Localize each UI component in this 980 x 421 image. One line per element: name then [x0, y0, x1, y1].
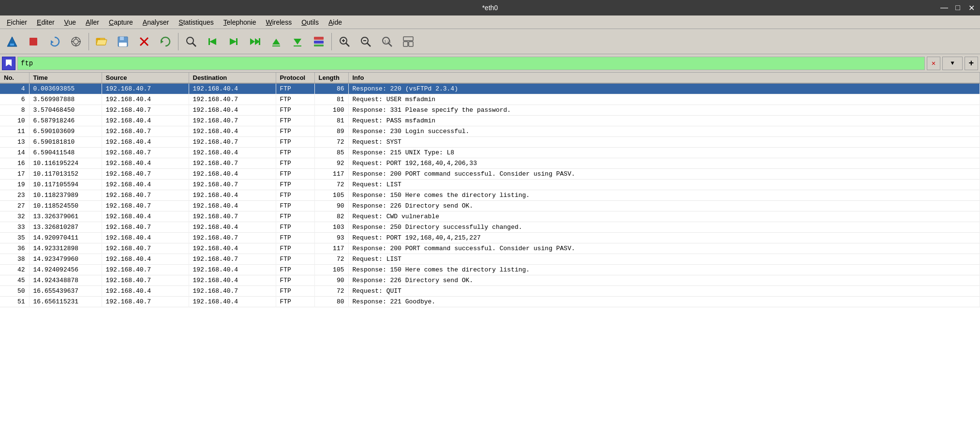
col-header-source[interactable]: Source: [102, 73, 189, 83]
colorize-button[interactable]: [309, 31, 329, 52]
table-row[interactable]: 8 3.570468450 192.168.40.7 192.168.40.4 …: [0, 105, 980, 116]
cell-no: 36: [0, 243, 29, 254]
menu-aller[interactable]: Aller: [81, 17, 104, 27]
filter-bookmark-icon[interactable]: [2, 57, 15, 70]
menu-fichier[interactable]: Fichier: [2, 17, 32, 27]
packet-list[interactable]: No. Time Source Destination Protocol Len…: [0, 73, 980, 421]
filter-add-button[interactable]: +: [965, 57, 978, 70]
close-file-button[interactable]: [134, 31, 154, 52]
cell-info: Response: 250 Directory successfully cha…: [348, 222, 980, 233]
start-capture-button[interactable]: [2, 31, 22, 52]
svg-marker-29: [294, 39, 301, 45]
table-row[interactable]: 36 14.923312898 192.168.40.7 192.168.40.…: [0, 243, 980, 254]
cell-info: Response: 230 Login successful.: [348, 126, 980, 137]
menu-telephonie[interactable]: Telephonie: [219, 17, 261, 27]
cell-destination: 192.168.40.4: [189, 105, 276, 116]
cell-time: 14.923312898: [29, 243, 102, 254]
cell-no: 33: [0, 222, 29, 233]
menu-analyser[interactable]: Analyser: [138, 17, 174, 27]
col-header-length[interactable]: Length: [314, 73, 348, 83]
filter-dropdown-button[interactable]: ▼: [942, 57, 963, 70]
table-row[interactable]: 32 13.326379061 192.168.40.4 192.168.40.…: [0, 211, 980, 222]
table-row[interactable]: 51 16.656115231 192.168.40.7 192.168.40.…: [0, 297, 980, 307]
table-row[interactable]: 6 3.569987888 192.168.40.4 192.168.40.7 …: [0, 94, 980, 105]
save-file-button[interactable]: [113, 31, 133, 52]
menu-capture[interactable]: Capture: [104, 17, 138, 27]
maximize-button[interactable]: □: [953, 3, 963, 12]
zoom-out-button[interactable]: [356, 31, 376, 52]
table-row[interactable]: 42 14.924092456 192.168.40.7 192.168.40.…: [0, 265, 980, 275]
menu-statistiques[interactable]: Statistiques: [174, 17, 218, 27]
menu-aide[interactable]: Aide: [324, 17, 347, 27]
svg-rect-1: [10, 44, 14, 45]
cell-time: 10.118237989: [29, 190, 102, 201]
cell-length: 92: [314, 158, 348, 169]
table-row[interactable]: 45 14.924348878 192.168.40.7 192.168.40.…: [0, 275, 980, 286]
cell-protocol: FTP: [276, 126, 314, 137]
cell-time: 10.116195224: [29, 158, 102, 169]
layout-button[interactable]: [398, 31, 418, 52]
zoom-in-button[interactable]: [334, 31, 355, 52]
cell-protocol: FTP: [276, 243, 314, 254]
cell-source: 192.168.40.4: [102, 286, 189, 297]
filter-clear-button[interactable]: ✕: [927, 57, 940, 70]
reset-zoom-button[interactable]: 1:1: [377, 31, 397, 52]
jump-to-button[interactable]: [245, 31, 265, 52]
cell-destination: 192.168.40.4: [189, 190, 276, 201]
stop-capture-button[interactable]: [23, 31, 44, 52]
cell-length: 72: [314, 180, 348, 190]
cell-protocol: FTP: [276, 148, 314, 158]
cell-protocol: FTP: [276, 190, 314, 201]
scroll-down-button[interactable]: [287, 31, 308, 52]
table-row[interactable]: 11 6.590103609 192.168.40.7 192.168.40.4…: [0, 126, 980, 137]
cell-info: Request: PORT 192,168,40,4,215,227: [348, 233, 980, 243]
table-row[interactable]: 16 10.116195224 192.168.40.4 192.168.40.…: [0, 158, 980, 169]
filter-input[interactable]: [17, 57, 925, 70]
cell-length: 72: [314, 137, 348, 148]
table-row[interactable]: 19 10.117105594 192.168.40.4 192.168.40.…: [0, 180, 980, 190]
table-row[interactable]: 13 6.590181810 192.168.40.4 192.168.40.7…: [0, 137, 980, 148]
close-button[interactable]: ✕: [966, 3, 976, 13]
cell-protocol: FTP: [276, 201, 314, 211]
menu-outils[interactable]: Outils: [297, 17, 324, 27]
menu-editer[interactable]: Editer: [32, 17, 59, 27]
col-header-no[interactable]: No.: [0, 73, 29, 83]
capture-options-button[interactable]: [66, 31, 86, 52]
col-header-protocol[interactable]: Protocol: [276, 73, 314, 83]
go-back-button[interactable]: [202, 31, 223, 52]
cell-info: Response: 150 Here comes the directory l…: [348, 265, 980, 275]
table-row[interactable]: 10 6.587918246 192.168.40.4 192.168.40.7…: [0, 116, 980, 126]
table-row[interactable]: 4 0.003693855 192.168.40.7 192.168.40.4 …: [0, 83, 980, 94]
table-row[interactable]: 17 10.117013152 192.168.40.7 192.168.40.…: [0, 169, 980, 180]
svg-point-5: [74, 39, 78, 44]
menu-wireless[interactable]: Wireless: [261, 17, 297, 27]
scroll-up-button[interactable]: [266, 31, 286, 52]
cell-length: 72: [314, 286, 348, 297]
col-header-destination[interactable]: Destination: [189, 73, 276, 83]
restart-capture-button[interactable]: [45, 31, 65, 52]
svg-marker-20: [209, 38, 216, 45]
cell-time: 14.923479960: [29, 254, 102, 265]
cell-time: 0.003693855: [29, 83, 102, 94]
minimize-button[interactable]: —: [939, 3, 949, 12]
cell-destination: 192.168.40.4: [189, 265, 276, 275]
reload-button[interactable]: [155, 31, 176, 52]
col-header-info[interactable]: Info: [348, 73, 980, 83]
open-file-button[interactable]: [91, 31, 112, 52]
filter-bar: ✕ ▼ +: [0, 54, 980, 73]
cell-time: 13.326379061: [29, 211, 102, 222]
cell-info: Request: LIST: [348, 180, 980, 190]
table-row[interactable]: 23 10.118237989 192.168.40.7 192.168.40.…: [0, 190, 980, 201]
table-row[interactable]: 35 14.920970411 192.168.40.4 192.168.40.…: [0, 233, 980, 243]
table-row[interactable]: 38 14.923479960 192.168.40.4 192.168.40.…: [0, 254, 980, 265]
toolbar-separator-1: [89, 33, 89, 50]
menu-vue[interactable]: Vue: [59, 17, 81, 27]
table-row[interactable]: 33 13.326810287 192.168.40.7 192.168.40.…: [0, 222, 980, 233]
col-header-time[interactable]: Time: [29, 73, 102, 83]
find-button[interactable]: [181, 31, 201, 52]
table-row[interactable]: 14 6.590411548 192.168.40.7 192.168.40.4…: [0, 148, 980, 158]
cell-protocol: FTP: [276, 265, 314, 275]
go-forward-button[interactable]: [223, 31, 244, 52]
table-row[interactable]: 27 10.118524550 192.168.40.7 192.168.40.…: [0, 201, 980, 211]
table-row[interactable]: 50 16.655439637 192.168.40.4 192.168.40.…: [0, 286, 980, 297]
